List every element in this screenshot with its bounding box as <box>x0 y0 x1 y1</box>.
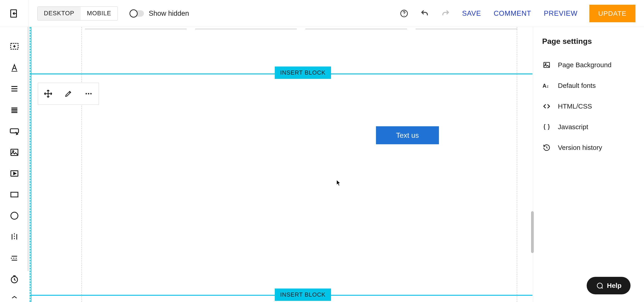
rail-image[interactable] <box>9 148 20 157</box>
left-rail <box>0 27 29 302</box>
rail-paragraph[interactable] <box>9 84 20 93</box>
rail-video[interactable] <box>9 169 20 178</box>
tile <box>195 27 297 29</box>
html-css-item[interactable]: HTML/CSS <box>542 100 635 113</box>
add-section-icon <box>10 41 19 51</box>
topbar-right: SAVE COMMENT PREVIEW UPDATE <box>399 5 644 22</box>
braces-icon <box>542 122 551 131</box>
svg-point-9 <box>11 212 18 220</box>
page-background-label: Page Background <box>558 61 612 69</box>
divider-v-icon <box>10 232 19 242</box>
save-button[interactable]: SAVE <box>461 8 482 19</box>
show-hidden-label: Show hidden <box>149 9 189 17</box>
font-icon: Az <box>542 81 551 90</box>
javascript-label: Javascript <box>558 123 588 131</box>
svg-text:A: A <box>542 83 546 89</box>
page-background-item[interactable]: Page Background <box>542 58 635 72</box>
svg-point-2 <box>404 15 404 16</box>
device-desktop-tab[interactable]: DESKTOP <box>38 7 81 20</box>
rectangle-icon <box>10 190 19 199</box>
tile <box>305 27 407 29</box>
chat-icon <box>596 282 603 290</box>
exit-button[interactable] <box>0 0 29 27</box>
video-icon <box>10 169 19 178</box>
pencil-icon <box>64 90 72 98</box>
rail-circle[interactable] <box>9 211 20 220</box>
rail-lines[interactable] <box>9 105 20 115</box>
history-icon <box>542 143 551 152</box>
block-toolbar <box>38 83 99 105</box>
preview-button[interactable]: PREVIEW <box>543 8 578 19</box>
clock-icon <box>10 275 19 284</box>
svg-rect-4 <box>10 129 19 133</box>
show-hidden-toggle[interactable] <box>130 9 144 17</box>
margin-guide-right <box>517 27 517 302</box>
top-tiles <box>85 27 517 29</box>
insert-block-top[interactable]: INSERT BLOCK <box>275 66 331 79</box>
block-edit-button[interactable] <box>63 88 74 99</box>
canvas[interactable]: INSERT BLOCK Text us INSERT <box>29 27 533 302</box>
rail-more[interactable] <box>9 293 20 302</box>
rail-rectangle[interactable] <box>9 190 20 199</box>
redo-button <box>440 8 450 18</box>
tile <box>416 27 517 29</box>
insert-block-bottom[interactable]: INSERT BLOCK <box>275 289 331 301</box>
rail-countdown[interactable] <box>9 275 20 284</box>
block-move-button[interactable] <box>43 88 54 99</box>
right-panel-title: Page settings <box>542 37 635 46</box>
code-icon <box>542 102 551 111</box>
move-icon <box>44 89 52 98</box>
help-icon-button[interactable] <box>399 8 409 18</box>
image-icon <box>10 148 19 157</box>
svg-rect-8 <box>11 192 18 197</box>
undo-icon <box>420 9 429 18</box>
toggle-knob <box>130 9 138 17</box>
chevron-up-icon <box>11 295 18 299</box>
rail-divider-h[interactable] <box>9 254 20 263</box>
svg-point-11 <box>86 93 87 94</box>
top-bar: DESKTOP MOBILE Show hidden <box>0 0 644 27</box>
version-history-label: Version history <box>558 144 602 151</box>
tile <box>85 27 187 29</box>
exit-icon <box>10 8 19 18</box>
paragraph-icon <box>10 84 19 93</box>
svg-text:z: z <box>547 84 548 88</box>
redo-icon <box>441 9 450 18</box>
rail-button[interactable] <box>9 126 20 136</box>
default-fonts-label: Default fonts <box>558 82 596 89</box>
text-icon <box>10 63 19 72</box>
help-widget-label: Help <box>607 282 622 290</box>
more-icon <box>84 90 93 98</box>
help-circle-icon <box>400 9 408 18</box>
help-widget[interactable]: Help <box>587 277 630 294</box>
right-panel: Page settings Page Background Az Default… <box>533 27 644 302</box>
divider-h-icon <box>10 254 19 263</box>
svg-point-15 <box>545 64 546 64</box>
html-css-label: HTML/CSS <box>558 102 592 110</box>
lines-icon <box>10 105 19 114</box>
device-toggle: DESKTOP MOBILE <box>37 6 118 20</box>
update-button[interactable]: UPDATE <box>589 5 636 22</box>
margin-guide-left <box>82 27 82 302</box>
comment-button[interactable]: COMMENT <box>493 8 532 19</box>
version-history-item[interactable]: Version history <box>542 141 635 154</box>
default-fonts-item[interactable]: Az Default fonts <box>542 79 635 92</box>
rail-divider-v[interactable] <box>9 232 20 242</box>
button-icon <box>10 127 19 136</box>
circle-icon <box>10 211 19 220</box>
undo-button[interactable] <box>420 8 430 18</box>
rail-text[interactable] <box>9 63 20 72</box>
svg-point-13 <box>90 93 92 94</box>
device-mobile-tab[interactable]: MOBILE <box>81 7 118 20</box>
svg-point-12 <box>88 93 89 94</box>
image-icon <box>542 60 551 69</box>
show-hidden-control: Show hidden <box>130 9 189 17</box>
svg-point-6 <box>12 151 14 152</box>
block-more-button[interactable] <box>83 88 94 99</box>
text-us-button[interactable]: Text us <box>376 126 439 144</box>
javascript-item[interactable]: Javascript <box>542 120 635 134</box>
rail-add-section[interactable] <box>9 41 20 51</box>
